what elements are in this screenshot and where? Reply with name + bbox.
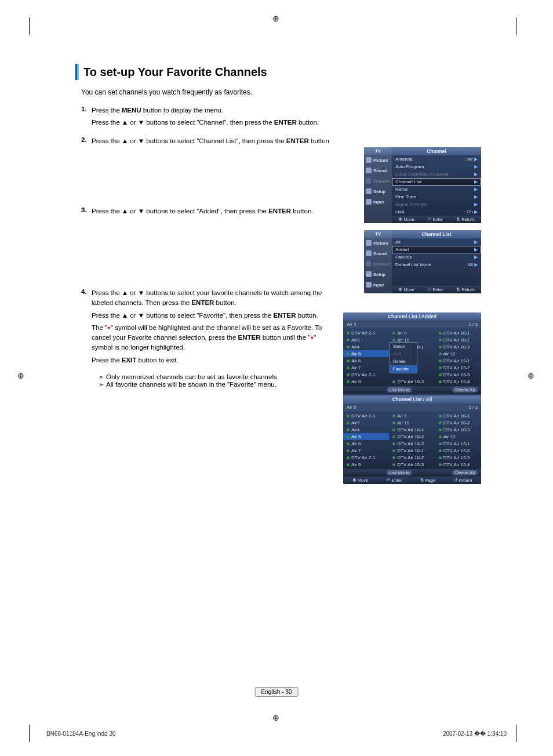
channel-row[interactable]: Air3: [343, 336, 389, 343]
channel-row[interactable]: DTV Air 10-2: [389, 454, 435, 461]
channel-row[interactable]: DTV Air 10-2: [389, 433, 435, 440]
channel-row[interactable]: DTV Air 10-3: [435, 343, 481, 350]
channel-row[interactable]: Air4: [343, 343, 389, 350]
channel-name: DTV Air 10-2: [443, 337, 470, 343]
osd-side-item[interactable]: Picture: [364, 238, 392, 248]
channel-row[interactable]: DTV Air 13-3: [435, 371, 481, 378]
osd-channel-menu: TV PictureSoundChannelSetupInput Channel…: [364, 147, 481, 223]
osd-menu-row[interactable]: Auto Program ▶: [392, 163, 481, 170]
osd-channel-list-added: Channel List / Added Air 5 1 / 2 DTV Air…: [343, 312, 481, 401]
context-menu-item[interactable]: Delete: [390, 358, 417, 365]
channel-name: Air 7: [351, 365, 361, 370]
channel-row[interactable]: DTV Air 10-2: [435, 419, 481, 426]
osd-side-item[interactable]: Picture: [364, 155, 392, 165]
channel-name: DTV Air 13-2: [443, 448, 470, 453]
osd-menu-row[interactable]: Antenna: Air ▶: [392, 155, 481, 163]
context-menu[interactable]: WatchAddDeleteFavorite: [390, 342, 417, 373]
osd-menu-row[interactable]: Signal Strength ▶: [392, 201, 481, 208]
channel-row[interactable]: Air 5: [343, 433, 389, 440]
osd-side-item[interactable]: Channel: [364, 259, 392, 269]
menu-icon: [366, 271, 372, 277]
osd-menu-row[interactable]: All ▶: [392, 238, 481, 246]
channel-row[interactable]: Air 9: [389, 329, 435, 336]
osd-side-item[interactable]: Input: [364, 197, 392, 207]
row-label: Antenna: [395, 157, 413, 162]
channel-row[interactable]: DTV Air 13-2: [435, 364, 481, 371]
osd-menu-row[interactable]: Fine Tune ▶: [392, 193, 481, 201]
page-footer: English - 30: [255, 687, 299, 697]
channel-row[interactable]: Air 10: [389, 419, 435, 426]
menu-icon: [366, 240, 372, 246]
channel-dot-icon: [347, 442, 350, 445]
channel-row[interactable]: DTV Air 10-3: [389, 440, 435, 447]
channel-row[interactable]: Air 12: [435, 350, 481, 357]
channel-dot-icon: [347, 421, 350, 424]
osd-menu-row[interactable]: Channel List ▶: [392, 178, 481, 186]
channel-dot-icon: [392, 428, 395, 431]
channel-row[interactable]: DTV Air 10-1: [389, 447, 435, 454]
channel-row[interactable]: Air 9: [389, 412, 435, 419]
channel-row[interactable]: DTV Air 2-1: [343, 412, 389, 419]
channel-row[interactable]: Air 6: [343, 440, 389, 447]
context-menu-item[interactable]: Favorite: [390, 365, 417, 373]
osd-hint: ⏎ Enter: [427, 287, 443, 292]
channel-row[interactable]: Air4: [343, 426, 389, 433]
channel-dot-icon: [392, 339, 395, 341]
channel-row[interactable]: Air3: [343, 419, 389, 426]
channel-row[interactable]: Air 6: [343, 357, 389, 364]
channel-row[interactable]: Air 7: [343, 447, 389, 454]
osd-menu-row[interactable]: Clear Scrambled Channel ▶: [392, 170, 481, 178]
channel-row[interactable]: Air 8: [343, 378, 389, 385]
osd-side-item[interactable]: Input: [364, 279, 392, 290]
channel-row[interactable]: DTV Air 7-1: [343, 454, 389, 461]
channel-row[interactable]: Air 5: [343, 350, 389, 357]
channel-row[interactable]: DTV Air 13-2: [435, 447, 481, 454]
channel-row[interactable]: DTV Air 10-1: [435, 412, 481, 419]
text: Press the: [92, 357, 122, 364]
channel-row[interactable]: DTV Air 10-2: [435, 336, 481, 343]
osd-side-item[interactable]: Setup: [364, 186, 392, 197]
text: button: [309, 137, 329, 144]
menu-icon: [366, 199, 372, 205]
channel-row[interactable]: DTV Air 13-1: [435, 440, 481, 447]
osd-menu-row[interactable]: Name ▶: [392, 186, 481, 193]
channel-row[interactable]: DTV Air 10-3: [389, 378, 435, 385]
note-icon: ➣: [99, 381, 104, 388]
row-label: Name: [395, 187, 408, 192]
osd-menu-row[interactable]: Default List Mode: All ▶: [392, 261, 481, 268]
osd-side-item[interactable]: Sound: [364, 248, 392, 259]
channel-name: Air 12: [443, 434, 456, 439]
channel-row[interactable]: DTV Air 13-4: [435, 461, 481, 468]
list-mode-button[interactable]: List Mode: [387, 387, 413, 392]
channel-name: Air 10: [397, 420, 409, 426]
channel-name: Air 5: [351, 351, 361, 357]
osd-side-item[interactable]: Channel: [364, 176, 392, 186]
step-1: 1. Press the MENU button to display the …: [81, 106, 481, 130]
channel-row[interactable]: DTV Air 10-3: [435, 426, 481, 433]
channel-row[interactable]: DTV Air 13-4: [435, 378, 481, 385]
channel-row[interactable]: DTV Air 13-1: [435, 357, 481, 364]
menu-icon: [366, 282, 372, 288]
channel-row[interactable]: Air 8: [343, 461, 389, 468]
osd-menu-row[interactable]: Favorite ▶: [392, 253, 481, 261]
list-mode-button[interactable]: List Mode: [387, 470, 413, 475]
channel-row[interactable]: DTV Air 10-1: [389, 426, 435, 433]
chevron-right-icon: ▶: [474, 179, 478, 184]
context-menu-item[interactable]: Add: [390, 350, 417, 358]
channel-row[interactable]: DTV Air 13-3: [435, 454, 481, 461]
osd-menu-row[interactable]: LNA: On ▶: [392, 208, 481, 216]
channel-dot-icon: [347, 346, 350, 348]
osd-side-item[interactable]: Setup: [364, 269, 392, 279]
channel-row[interactable]: Air 7: [343, 364, 389, 371]
context-menu-item[interactable]: Watch: [390, 343, 417, 350]
channel-row[interactable]: Air 12: [435, 433, 481, 440]
delete-all-button[interactable]: Delete All: [452, 470, 478, 475]
channel-row[interactable]: DTV Air 7-1: [343, 371, 389, 378]
channel-row[interactable]: DTV Air 2-1: [343, 329, 389, 336]
channel-row[interactable]: DTV Air 10-1: [435, 329, 481, 336]
osd-side-item[interactable]: Sound: [364, 165, 392, 176]
channel-row[interactable]: DTV Air 10-3: [389, 461, 435, 468]
channel-dot-icon: [439, 346, 442, 348]
delete-all-button[interactable]: Delete All: [452, 387, 478, 392]
osd-menu-row[interactable]: Added ▶: [392, 246, 481, 253]
